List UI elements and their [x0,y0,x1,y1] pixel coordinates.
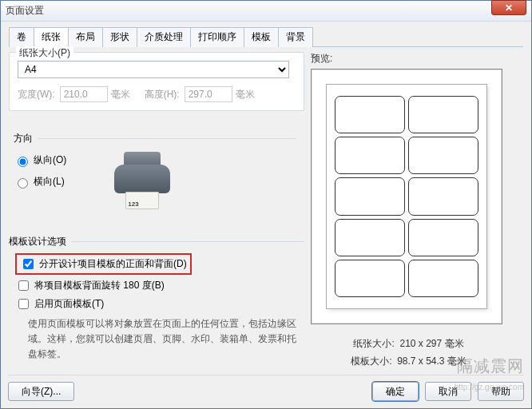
landscape-radio-row[interactable]: 横向(L) [14,175,66,189]
rotate-180-label: 将项目模板背面旋转 180 度(B) [34,279,165,292]
paper-size-group: 纸张大小(P) A4 宽度(W): 毫米 高度(H): 毫米 [9,52,304,111]
button-bar: 向导(Z)... 确定 取消 帮助 [8,375,524,401]
separate-front-back-checkbox[interactable] [23,259,34,269]
window-title: 页面设置 [6,4,44,18]
portrait-label: 纵向(O) [34,153,66,167]
preview-page [327,85,486,308]
page-setup-dialog: 页面设置 ✕ 卷 纸张 布局 形状 介质处理 打印顺序 模板 背景 纸张大小(P… [0,0,532,409]
template-size-info-value: 98.7 x 54.3 毫米 [397,355,466,367]
portrait-radio-row[interactable]: 纵向(O) [14,153,66,167]
preview-label: 预览: [311,52,506,66]
template-options-legend: 模板设计选项 [9,235,66,248]
separate-front-back-label: 分开设计项目模板的正面和背面(D) [39,257,187,271]
preview-area [311,69,502,324]
label-cell [335,219,405,256]
tab-background[interactable]: 背景 [278,27,313,47]
tab-shape[interactable]: 形状 [102,27,137,47]
portrait-radio[interactable] [18,157,28,167]
tab-media[interactable]: 介质处理 [137,27,191,47]
landscape-radio[interactable] [18,178,28,189]
printer-icon: 123 [106,150,178,214]
tab-paper[interactable]: 纸张 [34,27,69,47]
height-label: 高度(H): [145,88,180,101]
height-input[interactable] [185,86,232,102]
height-unit: 毫米 [236,88,255,101]
paper-size-info-label: 纸张大小: [353,338,394,349]
wizard-button[interactable]: 向导(Z)... [8,382,74,401]
label-cell [408,219,478,256]
tab-layout[interactable]: 布局 [68,27,103,47]
orientation-group: 方向 纵向(O) 横向(L) [9,124,304,222]
ok-button[interactable]: 确定 [372,382,419,401]
label-cell [408,260,478,297]
paper-size-info-value: 210 x 297 毫米 [399,338,463,349]
titlebar[interactable]: 页面设置 ✕ [1,1,531,22]
close-button[interactable]: ✕ [491,0,526,15]
tab-print-order[interactable]: 打印顺序 [190,27,244,47]
landscape-label: 横向(L) [34,175,65,189]
enable-page-template-checkbox[interactable] [18,299,29,309]
watermark-text: 隔减震网 [457,355,524,377]
template-help-text: 使用页面模板可以将对象放置在页面上的任何位置，包括边缘区域。这样，您就可以创建页… [28,316,304,363]
tab-strip: 卷 纸张 布局 形状 介质处理 打印顺序 模板 背景 [9,26,523,47]
tab-template[interactable]: 模板 [244,27,279,47]
orientation-legend: 方向 [14,132,33,145]
label-cell [335,137,405,174]
enable-page-template-label: 启用页面模板(T) [34,297,104,311]
paper-size-select[interactable]: A4 [18,61,289,78]
label-cell [335,177,405,215]
label-cell [408,177,478,215]
label-cell [408,137,478,174]
tab-roll[interactable]: 卷 [9,27,34,47]
template-options-group: 模板设计选项 分开设计项目模板的正面和背面(D) 将项目模板背面旋转 180 度… [9,235,304,363]
width-label: 宽度(W): [18,88,55,101]
label-cell [408,96,478,133]
close-icon: ✕ [505,2,513,14]
rotate-180-checkbox[interactable] [18,280,29,291]
template-size-info-label: 模板大小: [351,355,391,367]
label-cell [335,260,405,297]
width-unit: 毫米 [111,88,130,101]
paper-size-legend: 纸张大小(P) [16,46,73,60]
label-cell [335,96,405,133]
watermark-url: http://gz.go-we.com [455,383,524,391]
width-input[interactable] [60,86,108,102]
